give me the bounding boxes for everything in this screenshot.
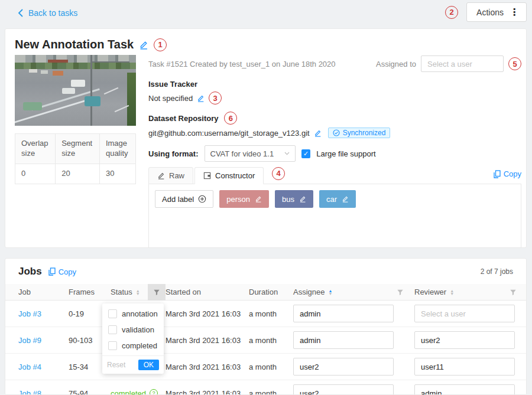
check-circle-icon xyxy=(333,129,340,136)
filter-option-validation-label: validation xyxy=(122,325,154,334)
add-label-button[interactable]: Add label xyxy=(155,190,213,208)
task-params-table: Overlap size Segment size Image quality … xyxy=(15,133,136,184)
job-started: March 3rd 2021 16:03 xyxy=(166,363,249,371)
reviewer-sorter[interactable]: ▲▼ xyxy=(450,289,454,295)
copy-labels-button[interactable]: Copy xyxy=(493,169,521,178)
assigned-to-group: Assigned to 5 xyxy=(376,56,521,72)
sync-status-badge[interactable]: Synchronized xyxy=(328,128,391,138)
preview-art-hedge xyxy=(127,73,136,126)
filter-option-validation[interactable]: validation xyxy=(102,322,164,338)
tab-raw[interactable]: Raw xyxy=(148,167,193,184)
job-duration: a month xyxy=(249,336,288,345)
labels-constructor-panel: Add label person xyxy=(148,184,521,248)
filter-option-annotation-label: annotation xyxy=(122,309,158,318)
more-vertical-icon: ⋮ xyxy=(510,8,519,17)
job-reviewer-input[interactable] xyxy=(414,305,515,322)
label-tag-person[interactable]: person xyxy=(219,190,269,208)
job-reviewer-input[interactable] xyxy=(414,358,515,376)
job-assignee-input[interactable] xyxy=(293,358,394,376)
job-reviewer-input[interactable] xyxy=(414,384,515,395)
column-header-assignee[interactable]: Assignee ▲▼ xyxy=(288,288,410,296)
format-row: Using format: CVAT for video 1.1 ✓ Large… xyxy=(148,145,521,162)
question-circle-icon[interactable]: ? xyxy=(150,389,158,395)
annotation-circle-2: 2 xyxy=(445,6,458,19)
edit-title-pencil-icon[interactable] xyxy=(139,40,148,50)
job-assignee-input[interactable] xyxy=(293,331,394,349)
edit-label-pencil-icon[interactable] xyxy=(255,195,262,203)
param-value-segment: 20 xyxy=(56,164,100,184)
task-meta-row: Task #1521 Created by test_user_1 on Jun… xyxy=(148,55,521,73)
format-select[interactable]: CVAT for video 1.1 xyxy=(205,145,296,162)
filter-option-annotation[interactable]: annotation xyxy=(102,306,164,322)
issue-tracker-value-row: Not specified 3 xyxy=(148,92,521,105)
label-tag-bus-name: bus xyxy=(282,195,294,204)
job-reviewer-input[interactable] xyxy=(414,331,515,349)
job-link[interactable]: Job #8 xyxy=(18,389,41,395)
status-filter-icon[interactable] xyxy=(148,284,166,301)
add-label-text: Add label xyxy=(162,195,194,204)
task-info-column: Task #1521 Created by test_user_1 on Jun… xyxy=(148,55,521,248)
preview-art-car-small-1 xyxy=(29,69,37,73)
filter-checkbox-completed[interactable] xyxy=(108,341,117,350)
preview-art-car-white xyxy=(62,88,75,94)
filter-checkbox-validation[interactable] xyxy=(108,325,117,334)
column-header-started[interactable]: Started on xyxy=(166,288,249,296)
preview-art-van-white xyxy=(71,80,85,87)
column-header-duration: Duration xyxy=(249,288,288,296)
edit-label-pencil-icon[interactable] xyxy=(342,195,349,203)
dataset-repository-value-row: git@github.com:username/git_storage_v123… xyxy=(148,128,521,138)
assigned-to-input[interactable] xyxy=(421,56,504,72)
jobs-card: Jobs Copy 2 of 7 jobs Job Frames Status … xyxy=(5,258,527,395)
jobs-table-header: Job Frames Status ▲▼ Started on Duration… xyxy=(5,284,526,301)
filter-ok-button[interactable]: OK xyxy=(138,360,159,370)
job-link[interactable]: Job #3 xyxy=(18,309,41,318)
back-to-tasks-link[interactable]: Back to tasks xyxy=(18,8,77,18)
job-status: completed ? xyxy=(111,389,166,395)
jobs-count: 2 of 7 jobs xyxy=(481,267,513,276)
tab-raw-label: Raw xyxy=(169,171,184,180)
preview-art-car-green xyxy=(23,102,42,110)
using-format-label: Using format: xyxy=(148,149,199,158)
jobs-header: Jobs Copy 2 of 7 jobs xyxy=(18,266,513,278)
job-row-3: Job #4 15-34 March 3rd 2021 16:03 a mont… xyxy=(5,354,526,380)
filter-option-completed[interactable]: completed xyxy=(102,338,164,354)
job-duration: a month xyxy=(249,363,288,371)
filter-option-completed-label: completed xyxy=(122,341,157,350)
edit-label-pencil-icon[interactable] xyxy=(299,195,306,203)
tab-constructor[interactable]: Constructor xyxy=(194,167,264,184)
job-started: March 3rd 2021 16:03 xyxy=(166,309,249,318)
job-link[interactable]: Job #9 xyxy=(18,336,41,345)
reviewer-filter-icon[interactable] xyxy=(510,289,517,296)
chevron-down-icon xyxy=(284,152,290,155)
annotation-circle-1: 1 xyxy=(154,38,167,51)
copy-labels-label: Copy xyxy=(504,169,521,178)
copy-jobs-button[interactable]: Copy xyxy=(48,267,76,276)
label-tag-bus[interactable]: bus xyxy=(275,190,313,208)
job-link[interactable]: Job #4 xyxy=(18,363,41,371)
plus-circle-icon xyxy=(198,195,206,203)
job-assignee-input[interactable] xyxy=(293,305,394,322)
preview-art-trees xyxy=(15,63,136,69)
filter-reset-button[interactable]: Reset xyxy=(107,361,125,369)
filter-dropdown-footer: Reset OK xyxy=(102,355,164,374)
job-row-1: Job #3 0-19 March 3rd 2021 16:03 a month xyxy=(5,301,526,327)
large-file-support-checkbox[interactable]: ✓ xyxy=(301,149,310,158)
edit-issue-tracker-pencil-icon[interactable] xyxy=(197,94,205,102)
assignee-sorter[interactable]: ▲▼ xyxy=(328,289,332,295)
status-sorter[interactable]: ▲▼ xyxy=(136,289,140,295)
task-title-row: New Annotation Task 1 xyxy=(15,38,167,51)
job-assignee-input[interactable] xyxy=(293,384,394,395)
assignee-filter-icon[interactable] xyxy=(397,289,404,296)
preview-art-car-small-2 xyxy=(41,70,48,74)
copy-jobs-label: Copy xyxy=(59,267,76,276)
actions-button[interactable]: Actions ⋮ xyxy=(466,2,527,22)
column-header-reviewer[interactable]: Reviewer ▲▼ xyxy=(410,288,526,296)
edit-repository-pencil-icon[interactable] xyxy=(314,129,322,137)
filter-checkbox-annotation[interactable] xyxy=(108,309,117,318)
column-header-status[interactable]: Status ▲▼ xyxy=(111,284,166,301)
copy-icon xyxy=(493,170,501,178)
label-tag-car[interactable]: car xyxy=(319,190,356,208)
column-header-status-label: Status xyxy=(111,288,132,296)
column-header-job: Job xyxy=(5,288,69,296)
param-header-segment: Segment size xyxy=(56,134,100,164)
